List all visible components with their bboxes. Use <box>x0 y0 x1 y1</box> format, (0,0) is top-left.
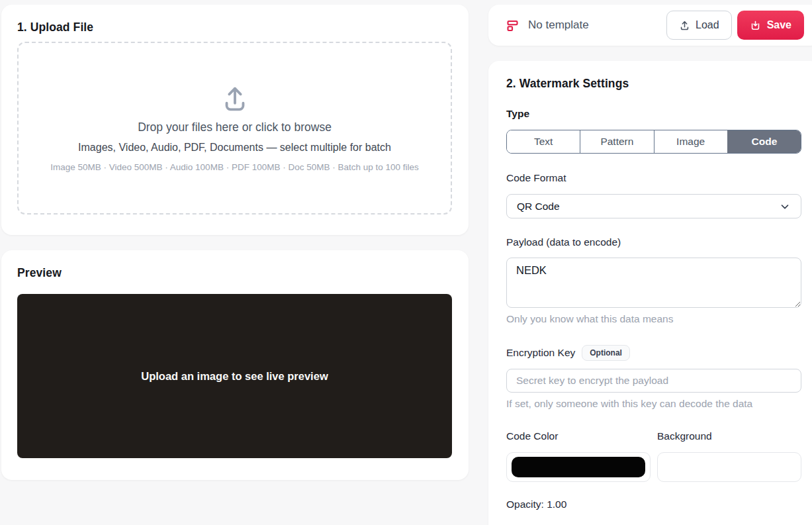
code-color-label: Code Color <box>506 430 651 442</box>
payload-help-text: Only you know what this data means <box>506 313 801 325</box>
dropzone-filetypes-text: Images, Video, Audio, PDF, Documents — s… <box>78 142 391 154</box>
settings-section-title: 2. Watermark Settings <box>506 77 801 91</box>
type-option-pattern[interactable]: Pattern <box>580 130 653 153</box>
preview-card: Preview Upload an image to see live prev… <box>1 250 469 480</box>
code-format-label: Code Format <box>506 172 801 184</box>
code-color-swatch <box>512 457 645 477</box>
background-color-swatch <box>662 457 796 477</box>
upload-icon <box>220 84 250 115</box>
color-fields-row: Code Color Background <box>506 430 801 482</box>
code-format-select[interactable]: QR Code <box>506 194 801 218</box>
save-button-label: Save <box>767 19 791 31</box>
preview-canvas: Upload an image to see live preview <box>17 294 452 458</box>
type-option-text[interactable]: Text <box>507 130 580 153</box>
save-button[interactable]: Save <box>737 11 804 40</box>
save-icon <box>750 20 761 31</box>
opacity-label: Opacity: 1.00 <box>506 499 801 510</box>
template-status-text: No template <box>528 19 589 32</box>
upload-section-title: 1. Upload File <box>17 21 452 34</box>
background-color-picker[interactable] <box>657 452 801 482</box>
type-segmented-control: Text Pattern Image Code <box>506 130 801 154</box>
type-option-code[interactable]: Code <box>727 130 801 153</box>
dropzone-limits-text: Image 50MB · Video 500MB · Audio 100MB ·… <box>50 162 419 172</box>
chevron-down-icon <box>779 201 791 213</box>
preview-placeholder-text: Upload an image to see live preview <box>141 370 328 383</box>
encryption-key-input[interactable] <box>506 369 801 393</box>
type-option-image[interactable]: Image <box>654 130 727 153</box>
template-bar: No template Load Save <box>488 5 812 46</box>
template-icon <box>506 19 519 32</box>
watermark-settings-card: 2. Watermark Settings Type Text Pattern … <box>488 61 812 525</box>
payload-textarea[interactable]: NEDK <box>506 258 801 308</box>
encryption-key-label: Encryption Key <box>506 347 575 359</box>
file-dropzone[interactable]: Drop your files here or click to browse … <box>17 42 452 215</box>
type-label: Type <box>506 108 801 120</box>
code-format-value: QR Code <box>517 201 560 213</box>
load-upload-icon <box>679 20 690 31</box>
optional-badge: Optional <box>582 345 630 361</box>
payload-label: Payload (data to encode) <box>506 236 801 248</box>
upload-file-card: 1. Upload File Drop your files here or c… <box>1 5 469 235</box>
background-color-label: Background <box>657 430 801 442</box>
preview-title: Preview <box>17 266 452 280</box>
encryption-help-text: If set, only someone with this key can d… <box>506 398 801 410</box>
code-color-picker[interactable] <box>506 452 651 482</box>
load-button-label: Load <box>696 19 719 31</box>
dropzone-main-text: Drop your files here or click to browse <box>138 120 332 134</box>
load-button[interactable]: Load <box>666 11 732 40</box>
